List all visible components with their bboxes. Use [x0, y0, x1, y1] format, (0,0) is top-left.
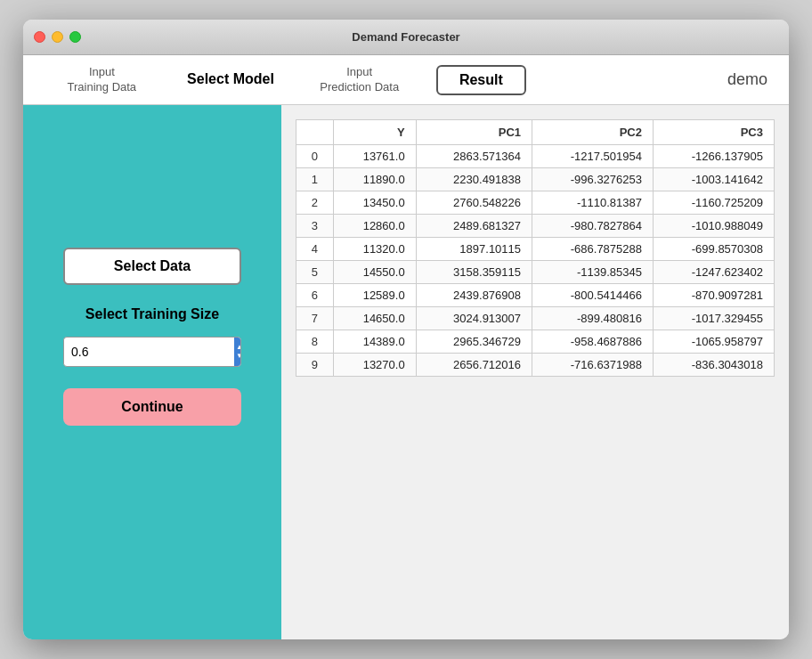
app-window: Demand Forecaster Input Training Data Se…	[23, 20, 789, 639]
table-cell: 12860.0	[333, 215, 416, 238]
table-cell: -699.8570308	[654, 238, 775, 261]
title-bar: Demand Forecaster	[23, 20, 789, 55]
table-cell: 12589.0	[333, 284, 416, 307]
nav-demo: demo	[539, 70, 775, 89]
table-col-header: PC3	[654, 120, 775, 145]
select-data-button[interactable]: Select Data	[63, 248, 241, 285]
table-cell: -836.3043018	[654, 354, 775, 377]
table-cell: -980.7827864	[532, 215, 654, 238]
table-row: 013761.02863.571364-1217.501954-1266.137…	[296, 145, 775, 168]
table-cell: 14650.0	[333, 307, 416, 330]
table-cell: 8	[296, 330, 334, 354]
table-col-header: PC2	[532, 120, 654, 145]
table-cell: 2863.571364	[416, 145, 532, 168]
table-row: 913270.02656.712016-716.6371988-836.3043…	[296, 354, 775, 377]
table-cell: -1065.958797	[654, 330, 775, 354]
table-cell: 3158.359115	[416, 261, 532, 284]
nav-bar: Input Training Data Select Model Input P…	[23, 55, 789, 105]
training-size-input[interactable]	[64, 339, 234, 364]
table-cell: -716.6371988	[532, 354, 654, 377]
table-cell: 3024.913007	[416, 307, 532, 330]
table-cell: -870.9097281	[654, 284, 775, 307]
table-cell: 2230.491838	[416, 168, 532, 191]
table-cell: -800.5414466	[532, 284, 654, 307]
table-row: 514550.03158.359115-1139.85345-1247.6234…	[296, 261, 775, 284]
table-col-header: Y	[333, 120, 416, 145]
spinner-arrows[interactable]: ▲ ▼	[234, 338, 241, 366]
table-cell: 11890.0	[333, 168, 416, 191]
content-area: Select Data Select Training Size ▲ ▼ Con…	[23, 105, 789, 639]
table-cell: -686.7875288	[532, 238, 654, 261]
table-cell: -1266.137905	[654, 145, 775, 168]
sidebar: Select Data Select Training Size ▲ ▼ Con…	[23, 105, 281, 639]
table-row: 814389.02965.346729-958.4687886-1065.958…	[296, 330, 775, 354]
table-cell: -996.3276253	[532, 168, 654, 191]
table-col-header: PC1	[416, 120, 532, 145]
close-button[interactable]	[34, 31, 45, 43]
table-cell: -1110.81387	[532, 191, 654, 215]
table-cell: 13450.0	[333, 191, 416, 215]
table-cell: -1003.141642	[654, 168, 775, 191]
result-button[interactable]: Result	[436, 65, 526, 95]
table-cell: -1139.85345	[532, 261, 654, 284]
table-cell: 13270.0	[333, 354, 416, 377]
table-cell: 1	[296, 168, 334, 191]
nav-result-container: Result	[424, 65, 539, 95]
table-cell: 6	[296, 284, 334, 307]
table-cell: 4	[296, 238, 334, 261]
table-cell: -1010.988049	[654, 215, 775, 238]
spinner-down-icon: ▼	[236, 353, 241, 360]
table-cell: 2439.876908	[416, 284, 532, 307]
table-col-header	[296, 120, 334, 145]
maximize-button[interactable]	[69, 31, 81, 43]
table-cell: -958.4687886	[532, 330, 654, 354]
table-row: 312860.02489.681327-980.7827864-1010.988…	[296, 215, 775, 238]
table-cell: 2760.548226	[416, 191, 532, 215]
training-size-spinner: ▲ ▼	[63, 337, 241, 367]
table-cell: 3	[296, 215, 334, 238]
table-cell: 14550.0	[333, 261, 416, 284]
table-row: 111890.02230.491838-996.3276253-1003.141…	[296, 168, 775, 191]
table-cell: 7	[296, 307, 334, 330]
data-table: YPC1PC2PC3 013761.02863.571364-1217.5019…	[296, 119, 775, 377]
table-cell: 2489.681327	[416, 215, 532, 238]
table-cell: 5	[296, 261, 334, 284]
nav-input-training[interactable]: Input Training Data	[37, 60, 166, 101]
table-cell: -1247.623402	[654, 261, 775, 284]
nav-input-prediction[interactable]: Input Prediction Data	[295, 60, 424, 101]
table-cell: -1017.329455	[654, 307, 775, 330]
table-cell: 0	[296, 145, 334, 168]
table-cell: -1160.725209	[654, 191, 775, 215]
table-cell: 9	[296, 354, 334, 377]
table-header-row: YPC1PC2PC3	[296, 120, 775, 145]
table-cell: -1217.501954	[532, 145, 654, 168]
table-cell: 2656.712016	[416, 354, 532, 377]
continue-button[interactable]: Continue	[63, 388, 241, 426]
training-size-label: Select Training Size	[85, 306, 219, 322]
table-cell: 14389.0	[333, 330, 416, 354]
table-cell: 2	[296, 191, 334, 215]
table-cell: 11320.0	[333, 238, 416, 261]
table-row: 714650.03024.913007-899.480816-1017.3294…	[296, 307, 775, 330]
table-row: 213450.02760.548226-1110.81387-1160.7252…	[296, 191, 775, 215]
table-cell: 1897.10115	[416, 238, 532, 261]
minimize-button[interactable]	[52, 31, 63, 43]
table-cell: 13761.0	[333, 145, 416, 168]
table-cell: 2965.346729	[416, 330, 532, 354]
spinner-up-icon: ▲	[236, 344, 241, 351]
window-controls	[34, 31, 81, 43]
table-row: 411320.01897.10115-686.7875288-699.85703…	[296, 238, 775, 261]
main-content: YPC1PC2PC3 013761.02863.571364-1217.5019…	[281, 105, 789, 639]
window-title: Demand Forecaster	[352, 30, 459, 44]
table-row: 612589.02439.876908-800.5414466-870.9097…	[296, 284, 775, 307]
table-cell: -899.480816	[532, 307, 654, 330]
nav-select-model[interactable]: Select Model	[166, 65, 296, 94]
